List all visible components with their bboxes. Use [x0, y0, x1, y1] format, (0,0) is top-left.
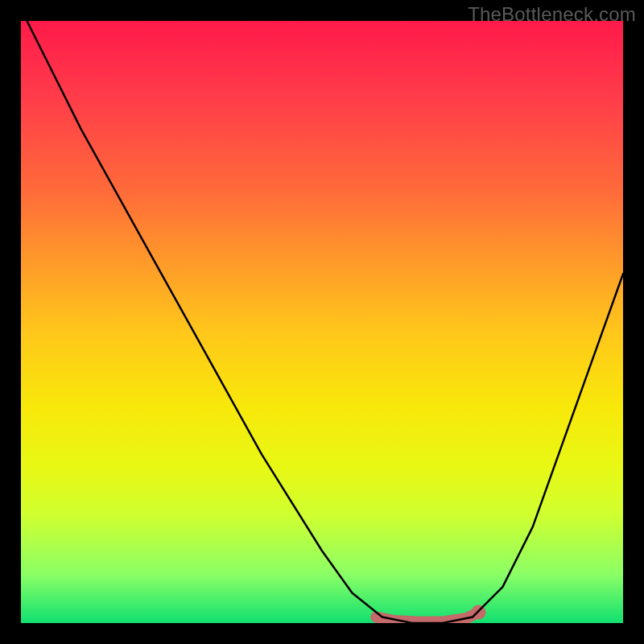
curve-layer: [21, 21, 623, 623]
watermark-text: TheBottleneck.com: [468, 3, 636, 26]
bottleneck-curve: [27, 21, 623, 623]
chart-container: TheBottleneck.com: [0, 0, 644, 644]
